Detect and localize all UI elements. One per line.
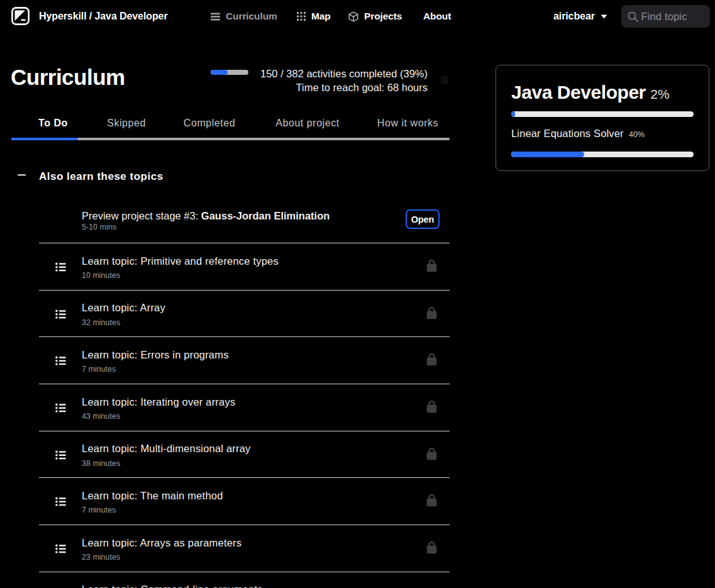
track-title-row: Java Developer 2% (511, 83, 670, 102)
tab-how-it-works[interactable]: How it works (377, 118, 438, 129)
tab-skipped[interactable]: Skipped (107, 118, 146, 129)
topic-row[interactable]: Learn topic: Multi-dimensional array 38 … (39, 431, 450, 478)
tab-to-do[interactable]: To Do (38, 118, 68, 129)
hyperskill-logo-icon (11, 7, 30, 25)
topic-duration: 7 minutes (82, 365, 116, 374)
hamburger-icon (211, 13, 220, 21)
topic-title: Learn topic: Multi-dimensional array (82, 442, 251, 455)
topic-title: Learn topic: Array (82, 301, 165, 314)
topic-duration: 7 minutes (82, 506, 116, 514)
goal-line1: 150 / 382 activities completed (39%) (260, 67, 428, 80)
list-icon (55, 356, 66, 365)
page-title: Curriculum (11, 66, 125, 88)
search-input[interactable]: Find topic (621, 5, 710, 28)
topic-title: Learn topic: Iterating over arrays (82, 396, 235, 408)
track-progress-fill (511, 111, 515, 117)
goal-progress-bar (211, 70, 248, 75)
lock-icon (426, 494, 437, 507)
nav-label-map: Map (311, 11, 331, 22)
list-icon (55, 497, 66, 506)
user-menu[interactable]: airicbear (553, 0, 607, 33)
page: Hyperskill / Java Developer Curriculum M… (0, 0, 715, 588)
track-progress-bar (511, 111, 694, 117)
search-icon (627, 11, 639, 23)
lock-icon (426, 400, 437, 413)
topic-title: Learn topic: Arrays as parameters (82, 536, 241, 549)
project-percent: 40% (629, 130, 645, 139)
lock-icon (426, 447, 437, 460)
nav-item-about[interactable]: About (423, 0, 451, 33)
section-title: Also learn these topics (39, 170, 164, 183)
topic-title: Learn topic: Command-line arguments (82, 583, 263, 588)
minus-icon[interactable] (18, 174, 26, 176)
topic-row[interactable]: Learn topic: Array 32 minutes (39, 290, 450, 337)
goal-progress-fill (211, 70, 228, 75)
track-progress-card: Java Developer 2% Linear Equations Solve… (496, 65, 709, 171)
brand[interactable]: Hyperskill / Java Developer (11, 7, 168, 25)
help-icon[interactable] (440, 75, 449, 84)
preview-title-prefix: Preview project stage #3: (82, 210, 201, 221)
project-progress-bar (511, 152, 694, 157)
cube-icon (348, 11, 358, 22)
topic-duration: 32 minutes (82, 318, 120, 327)
preview-title-stage-name: Gauss-Jordan Elimination (201, 210, 330, 221)
topic-list: Learn topic: Primitive and reference typ… (39, 243, 450, 588)
topic-duration: 23 minutes (82, 553, 120, 562)
lock-icon (426, 259, 437, 272)
list-icon (55, 262, 66, 272)
track-percent: 2% (650, 87, 669, 101)
nav-item-curriculum[interactable]: Curriculum (211, 0, 277, 33)
topic-row[interactable]: Learn topic: The main method 7 minutes (39, 477, 450, 524)
track-title: Java Developer (511, 82, 646, 103)
topic-row[interactable]: Learn topic: Primitive and reference typ… (39, 243, 450, 290)
tab-completed[interactable]: Completed (184, 118, 235, 129)
brand-name: Hyperskill / Java Developer (39, 11, 168, 22)
list-icon (55, 309, 66, 319)
list-icon (55, 450, 66, 460)
preview-project-title: Preview project stage #3: Gauss-Jordan E… (82, 209, 330, 222)
open-button[interactable]: Open (406, 209, 440, 229)
lock-icon (426, 353, 437, 366)
list-icon (55, 544, 66, 553)
topic-title: Learn topic: Errors in programs (82, 348, 229, 361)
tab-about-project[interactable]: About project (275, 118, 339, 129)
goal-line2: Time to reach goal: 68 hours (260, 80, 428, 94)
topic-duration: 38 minutes (82, 459, 120, 468)
topic-title: Learn topic: The main method (82, 489, 223, 502)
caret-down-icon (601, 14, 607, 19)
search-placeholder: Find topic (641, 11, 687, 23)
preview-project-duration: 5-10 mins (82, 223, 116, 231)
list-icon (55, 403, 66, 413)
topic-row[interactable]: Learn topic: Arrays as parameters 23 min… (39, 524, 450, 572)
topic-duration: 10 minutes (82, 271, 120, 280)
topic-title: Learn topic: Primitive and reference typ… (82, 255, 279, 267)
nav-item-projects[interactable]: Projects (348, 0, 402, 33)
tab-underline-track (11, 138, 450, 141)
user-name: airicbear (553, 11, 595, 22)
nav-item-map[interactable]: Map (297, 0, 331, 33)
topic-row[interactable]: Learn topic: Errors in programs 7 minute… (39, 336, 450, 384)
topic-duration: 43 minutes (82, 412, 120, 421)
project-title: Linear Equations Solver (511, 128, 624, 139)
goal-text: 150 / 382 activities completed (39%) Tim… (260, 67, 428, 94)
project-title-row: Linear Equations Solver 40% (511, 128, 645, 140)
goal-progress: 150 / 382 activities completed (39%) Tim… (211, 67, 428, 94)
topic-row[interactable]: Learn topic: Command-line arguments (39, 572, 450, 588)
lock-icon (426, 306, 437, 319)
tab-underline-active (11, 138, 78, 141)
project-progress-fill (511, 152, 584, 157)
nav-label-about: About (423, 11, 451, 22)
nav-label-projects: Projects (364, 11, 402, 22)
lock-icon (426, 541, 437, 554)
topic-row[interactable]: Learn topic: Iterating over arrays 43 mi… (39, 384, 450, 431)
grid-icon (297, 12, 306, 21)
nav-label-curriculum: Curriculum (226, 11, 277, 22)
